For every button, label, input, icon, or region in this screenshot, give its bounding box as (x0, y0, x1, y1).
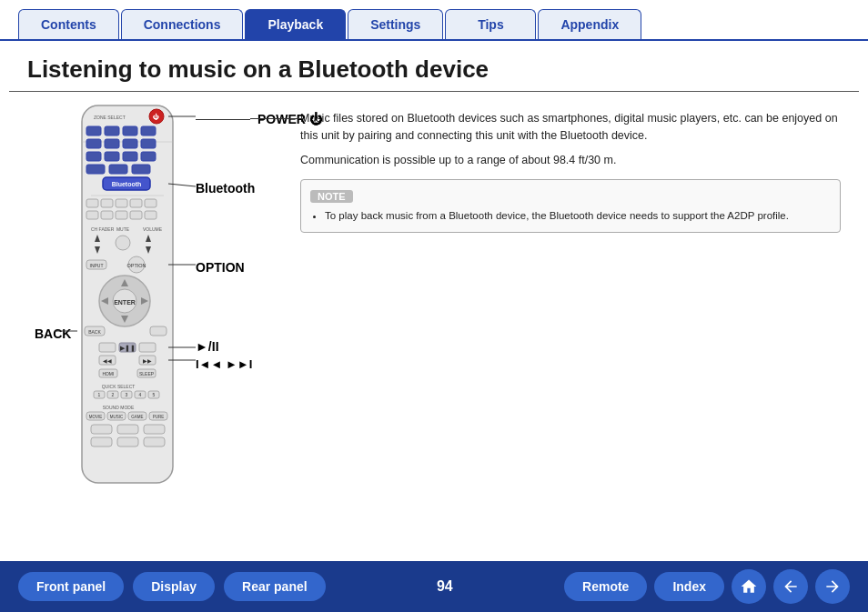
svg-rect-55 (99, 343, 116, 352)
description-1: Music files stored on Bluetooth devices … (300, 110, 841, 145)
svg-rect-15 (123, 152, 137, 161)
svg-text:VOLUME: VOLUME (143, 226, 163, 232)
page-number: 94 (428, 578, 462, 595)
bottom-navigation: Front panel Display Rear panel 94 Remote… (0, 561, 868, 612)
tab-contents[interactable]: Contents (18, 9, 119, 39)
svg-rect-92 (144, 437, 165, 446)
svg-rect-6 (105, 126, 119, 135)
note-content: To play back music from a Bluetooth devi… (310, 208, 831, 224)
page-title: Listening to music on a Bluetooth device (9, 41, 859, 92)
svg-rect-29 (101, 211, 113, 219)
description-2: Communication is possible up to a range … (300, 152, 841, 169)
skip-label: I◄◄ ►►I (196, 357, 252, 371)
svg-rect-89 (144, 425, 165, 434)
tab-connections[interactable]: Connections (121, 9, 244, 39)
svg-text:SLEEP: SLEEP (139, 371, 155, 376)
svg-rect-12 (141, 139, 156, 148)
svg-rect-26 (130, 199, 142, 207)
svg-rect-91 (117, 437, 138, 446)
power-label: POWER ⏻ (257, 112, 322, 126)
svg-rect-31 (130, 211, 142, 219)
tab-settings[interactable]: Settings (348, 9, 443, 39)
svg-text:MUTE: MUTE (116, 226, 130, 232)
svg-rect-28 (86, 211, 98, 219)
svg-rect-24 (101, 199, 113, 207)
front-panel-button[interactable]: Front panel (18, 572, 124, 601)
svg-text:Bluetooth: Bluetooth (112, 181, 142, 187)
arrow-left-icon (782, 577, 800, 596)
play-pause-label: ►/II (196, 339, 252, 354)
svg-text:INPUT: INPUT (90, 263, 104, 268)
svg-text:5: 5 (153, 392, 156, 397)
svg-rect-14 (105, 152, 119, 161)
note-label: NOTE (310, 190, 353, 203)
arrow-right-icon (823, 577, 842, 596)
navigation-tabs: Contents Connections Playback Settings T… (0, 0, 868, 41)
tab-appendix[interactable]: Appendix (538, 9, 641, 39)
svg-text:▶❚❚: ▶❚❚ (120, 345, 136, 352)
bottom-nav-left: Front panel Display Rear panel (18, 572, 326, 601)
svg-rect-19 (132, 165, 150, 174)
tab-tips[interactable]: Tips (445, 9, 536, 39)
svg-text:BACK: BACK (88, 329, 101, 335)
svg-text:OPTION: OPTION (126, 263, 146, 268)
svg-text:MUSIC: MUSIC (110, 415, 124, 419)
svg-text:CH FADER: CH FADER (91, 226, 115, 232)
svg-text:2: 2 (112, 392, 115, 397)
svg-text:QUICK SELECT: QUICK SELECT (102, 384, 136, 389)
bluetooth-label: Bluetooth (196, 181, 255, 196)
back-label: BACK (35, 326, 71, 341)
svg-rect-58 (139, 343, 156, 352)
remote-button[interactable]: Remote (564, 572, 647, 601)
svg-rect-5 (86, 126, 101, 135)
svg-rect-18 (109, 165, 127, 174)
svg-text:3: 3 (126, 392, 128, 397)
home-icon (740, 577, 758, 596)
main-content: ZONE SELECT ⏻ (9, 92, 859, 537)
rear-panel-button[interactable]: Rear panel (224, 572, 326, 601)
svg-text:⏻: ⏻ (153, 113, 159, 120)
svg-rect-23 (86, 199, 98, 207)
remote-image: ZONE SELECT ⏻ (77, 101, 177, 492)
forward-nav-button[interactable] (815, 569, 850, 604)
svg-text:GAME: GAME (131, 415, 143, 419)
svg-rect-88 (117, 425, 138, 434)
right-panel: Music files stored on Bluetooth devices … (300, 101, 841, 528)
svg-rect-54 (150, 326, 167, 336)
option-label: OPTION (196, 260, 245, 275)
svg-point-38 (116, 236, 130, 250)
svg-rect-7 (123, 126, 137, 135)
svg-rect-87 (91, 425, 112, 434)
svg-text:4: 4 (139, 392, 142, 397)
tab-playback[interactable]: Playback (245, 9, 346, 39)
svg-text:ZONE SELECT: ZONE SELECT (94, 115, 126, 120)
svg-text:PURE: PURE (153, 415, 165, 419)
svg-rect-11 (123, 139, 137, 148)
note-box: NOTE To play back music from a Bluetooth… (300, 179, 841, 232)
svg-rect-32 (145, 211, 156, 219)
index-button[interactable]: Index (654, 572, 724, 601)
svg-text:SOUND MODE: SOUND MODE (103, 405, 135, 410)
bottom-nav-right: Remote Index (564, 569, 850, 604)
svg-text:ENTER: ENTER (114, 299, 136, 306)
svg-rect-90 (91, 437, 112, 446)
home-button[interactable] (732, 569, 766, 604)
back-nav-button[interactable] (773, 569, 808, 604)
svg-rect-30 (116, 211, 127, 219)
remote-diagram-area: ZONE SELECT ⏻ (27, 101, 282, 528)
svg-text:HDMI: HDMI (103, 371, 115, 376)
svg-text:1: 1 (98, 392, 101, 397)
svg-text:◀◀: ◀◀ (103, 358, 112, 364)
svg-rect-13 (86, 152, 101, 161)
svg-text:▶▶: ▶▶ (143, 358, 152, 364)
svg-rect-10 (105, 139, 119, 148)
svg-rect-9 (86, 139, 101, 148)
svg-rect-27 (145, 199, 156, 207)
svg-rect-16 (141, 152, 156, 161)
display-button[interactable]: Display (133, 572, 215, 601)
svg-text:MOVIE: MOVIE (89, 415, 103, 419)
svg-rect-25 (116, 199, 127, 207)
svg-rect-8 (141, 126, 156, 135)
svg-rect-17 (86, 165, 105, 174)
